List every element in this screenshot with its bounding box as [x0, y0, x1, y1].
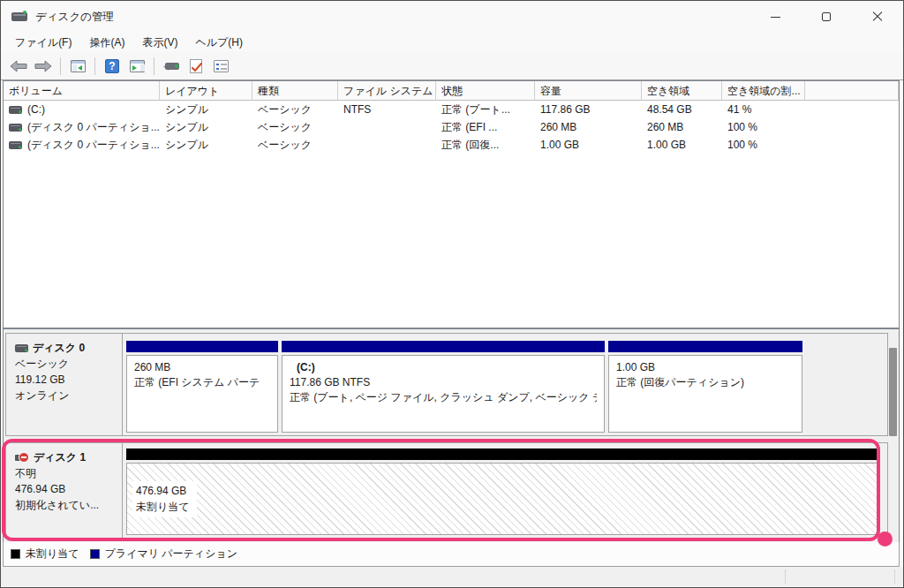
volume-capacity: 117.86 GB	[535, 101, 642, 118]
primary-partition-bar	[282, 341, 605, 352]
legend-bar: 未割り当て プライマリ パーティション	[3, 542, 900, 567]
forward-arrow-icon	[34, 60, 52, 72]
menu-view[interactable]: 表示(V)	[133, 33, 186, 53]
disk1-size: 476.94 GB	[15, 481, 117, 497]
column-header-spacer	[805, 81, 899, 101]
volume-name: (ディスク 0 パーティショ...	[27, 120, 160, 135]
menu-file[interactable]: ファイル(F)	[6, 33, 80, 53]
title-bar: ディスクの管理	[1, 1, 903, 33]
window-title: ディスクの管理	[35, 10, 114, 25]
disk1-label-cell[interactable]: ディスク 1 不明 476.94 GB 初期化されてい...	[6, 443, 123, 538]
menu-bar: ファイル(F) 操作(A) 表示(V) ヘルプ(H)	[1, 33, 903, 52]
column-header-volume[interactable]: ボリューム	[4, 81, 160, 101]
minimize-button[interactable]	[750, 1, 801, 33]
column-header-type[interactable]: 種類	[252, 81, 338, 101]
rescan-disk-icon	[163, 60, 179, 72]
help-icon: ?	[105, 59, 119, 73]
volume-type: ベーシック	[252, 118, 338, 136]
volume-capacity: 1.00 GB	[535, 136, 642, 154]
statusbar-separator	[785, 569, 786, 584]
volume-free-space: 1.00 GB	[642, 136, 722, 154]
volume-free-percent: 100 %	[722, 136, 805, 154]
disk0-row: ディスク 0 ベーシック 119.12 GB オンライン 260 MB 正常 (…	[5, 333, 888, 436]
maximize-icon	[822, 12, 831, 21]
action-pane-icon	[130, 60, 145, 72]
help-button[interactable]: ?	[101, 56, 124, 77]
volume-icon	[9, 106, 22, 114]
partition-status: 正常 (回復パーティション)	[616, 375, 795, 390]
disk1-status: 初期化されてい...	[15, 497, 117, 513]
disk1-name: ディスク 1	[34, 449, 86, 465]
disk0-name: ディスク 0	[33, 340, 85, 356]
volume-filesystem: NTFS	[338, 101, 436, 118]
partition-label: (C:)	[290, 360, 597, 375]
unallocated-hatch: 476.94 GB 未割り当て	[126, 463, 878, 535]
volume-row-efi[interactable]: (ディスク 0 パーティショ... シンプル ベーシック 正常 (EFI ...…	[4, 118, 899, 136]
partition-recovery[interactable]: 1.00 GB 正常 (回復パーティション)	[608, 334, 802, 435]
disk1-type: 不明	[15, 465, 117, 481]
console-tree-icon	[71, 60, 86, 72]
partition-size: 117.86 GB NTFS	[290, 375, 597, 390]
primary-partition-swatch	[90, 549, 100, 559]
primary-partition-bar	[608, 341, 802, 352]
volume-status: 正常 (ブート...	[436, 101, 535, 118]
volume-icon	[9, 124, 22, 132]
volume-layout: シンプル	[160, 136, 252, 154]
volume-free-percent: 41 %	[722, 101, 805, 118]
disk0-type: ベーシック	[15, 356, 117, 372]
partition-size: 260 MB	[134, 360, 270, 375]
volume-list-header: ボリューム レイアウト 種類 ファイル システム 状態 容量 空き領域 空き領域…	[4, 81, 899, 101]
volume-status: 正常 (回復...	[436, 136, 535, 154]
check-document-icon	[190, 59, 202, 73]
volume-free-space: 48.54 GB	[642, 101, 722, 118]
unallocated-label: 未割り当て	[136, 499, 190, 515]
column-header-status[interactable]: 状態	[436, 81, 535, 101]
maximize-button[interactable]	[801, 1, 852, 33]
partition-status: 正常 (ブート, ページ ファイル, クラッシュ ダンプ, ベーシック テ	[290, 390, 597, 405]
minimize-icon	[771, 17, 780, 18]
unallocated-region[interactable]: 476.94 GB 未割り当て	[126, 443, 878, 538]
disk0-size: 119.12 GB	[15, 372, 117, 388]
status-bar	[1, 567, 904, 586]
check-task-button[interactable]	[185, 56, 207, 77]
volume-list-pane: ボリューム レイアウト 種類 ファイル システム 状態 容量 空き領域 空き領域…	[3, 80, 900, 328]
disk-graph-pane: ディスク 0 ベーシック 119.12 GB オンライン 260 MB 正常 (…	[3, 328, 900, 542]
toolbar-separator	[94, 57, 95, 75]
volume-icon	[9, 141, 22, 149]
column-header-filesystem[interactable]: ファイル システム	[338, 81, 436, 101]
legend-label: プライマリ パーティション	[105, 547, 237, 562]
disk-icon	[15, 344, 28, 352]
menu-help[interactable]: ヘルプ(H)	[186, 33, 252, 53]
close-button[interactable]	[852, 1, 903, 33]
show-console-tree-button[interactable]	[66, 56, 89, 77]
unallocated-bar	[126, 449, 878, 460]
close-icon	[872, 11, 883, 22]
column-header-capacity[interactable]: 容量	[535, 81, 642, 101]
show-action-pane-button[interactable]	[125, 56, 148, 77]
unallocated-size: 476.94 GB	[136, 483, 190, 499]
menu-action[interactable]: 操作(A)	[80, 33, 133, 53]
properties-list-icon	[214, 60, 229, 72]
partition-efi[interactable]: 260 MB 正常 (EFI システム パーテ	[126, 334, 278, 435]
legend-item-unallocated: 未割り当て	[11, 547, 79, 562]
disk0-status: オンライン	[15, 388, 117, 403]
volume-capacity: 260 MB	[535, 118, 642, 136]
toolbar-separator	[154, 57, 154, 75]
disk-management-window: ディスクの管理 ファイル(F) 操作(A) 表示(V) ヘルプ(H) ?	[0, 0, 904, 588]
toolbar: ?	[1, 52, 903, 80]
back-button[interactable]	[7, 56, 30, 77]
disk1-row: ディスク 1 不明 476.94 GB 初期化されてい... 476.94 GB…	[5, 442, 888, 539]
properties-button[interactable]	[209, 56, 232, 77]
rescan-disks-button[interactable]	[160, 56, 183, 77]
forward-button[interactable]	[32, 56, 55, 77]
disk-error-icon	[15, 452, 29, 463]
volume-row-recovery[interactable]: (ディスク 0 パーティショ... シンプル ベーシック 正常 (回復... 1…	[4, 136, 899, 154]
disk0-label-cell[interactable]: ディスク 0 ベーシック 119.12 GB オンライン	[6, 334, 123, 435]
back-arrow-icon	[10, 60, 27, 72]
column-header-free-space[interactable]: 空き領域	[642, 81, 722, 101]
partition-c[interactable]: (C:) 117.86 GB NTFS 正常 (ブート, ページ ファイル, ク…	[282, 334, 605, 435]
column-header-free-percent[interactable]: 空き領域の割...	[722, 81, 805, 101]
column-header-layout[interactable]: レイアウト	[160, 81, 252, 101]
vertical-scrollbar-thumb[interactable]	[889, 348, 897, 436]
volume-row-c[interactable]: (C:) シンプル ベーシック NTFS 正常 (ブート... 117.86 G…	[4, 101, 899, 118]
